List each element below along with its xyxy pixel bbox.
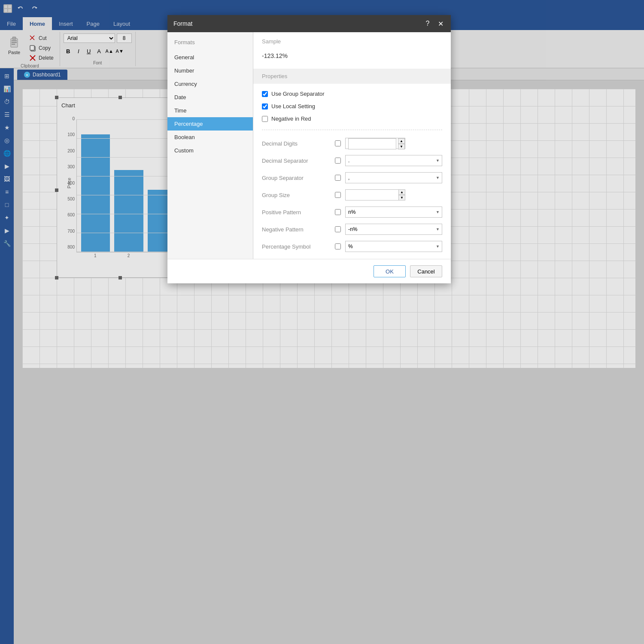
- sample-value: -123.12%: [262, 49, 442, 63]
- dialog-help-button[interactable]: ?: [423, 19, 432, 28]
- group-size-checkbox[interactable]: [335, 192, 341, 198]
- use-local-setting-checkbox[interactable]: [262, 103, 268, 109]
- decimal-separator-label: Decimal Separator: [262, 158, 331, 164]
- decimal-separator-select[interactable]: . ,: [345, 155, 442, 166]
- decimal-digits-down[interactable]: ▼: [398, 144, 405, 149]
- decimal-digits-spin-wrap: ▲ ▼: [345, 138, 405, 149]
- sample-section: Sample -123.12%: [253, 32, 451, 69]
- decimal-digits-up[interactable]: ▲: [398, 138, 405, 144]
- negative-in-red-checkbox[interactable]: [262, 116, 268, 122]
- percentage-symbol-checkbox[interactable]: [335, 243, 341, 249]
- group-size-up[interactable]: ▲: [398, 189, 405, 195]
- decimal-digits-input[interactable]: [348, 138, 396, 149]
- dialog-footer: OK Cancel: [167, 259, 451, 283]
- positive-pattern-checkbox[interactable]: [335, 209, 341, 215]
- group-size-input[interactable]: [345, 189, 405, 200]
- use-group-separator-label: Use Group Separator: [271, 91, 325, 97]
- properties-label: Properties: [262, 73, 287, 79]
- format-item-date[interactable]: Date: [167, 91, 253, 104]
- properties-panel: Sample -123.12% Properties Use Group Sep…: [253, 32, 451, 259]
- format-item-boolean[interactable]: Boolean: [167, 131, 253, 144]
- dialog-controls: ? ✕: [423, 19, 445, 28]
- positive-pattern-label: Positive Pattern: [262, 209, 331, 216]
- percentage-symbol-label: Percentage Symbol: [262, 243, 331, 250]
- properties-section-header: Properties: [253, 69, 451, 84]
- use-local-setting-label: Use Local Setting: [271, 103, 315, 109]
- use-group-separator-checkbox[interactable]: [262, 91, 268, 97]
- format-item-currency[interactable]: Currency: [167, 77, 253, 91]
- formats-panel: Formats General Number Currency Date Tim…: [167, 32, 253, 259]
- dialog-titlebar: Format ? ✕: [167, 15, 451, 32]
- format-item-general[interactable]: General: [167, 51, 253, 64]
- cancel-button[interactable]: Cancel: [410, 265, 442, 277]
- group-separator-checkbox[interactable]: [335, 175, 341, 181]
- positive-pattern-row: Positive Pattern n% %n n % ▼: [262, 207, 442, 218]
- format-dialog: Format ? ✕ Formats General Number Curren…: [167, 15, 451, 283]
- negative-pattern-select-wrap: -n% -%n (n%) ▼: [345, 224, 442, 235]
- decimal-separator-checkbox[interactable]: [335, 158, 341, 164]
- format-item-time[interactable]: Time: [167, 104, 253, 117]
- group-size-spin-btns: ▲ ▼: [398, 189, 405, 200]
- group-size-label: Group Size: [262, 192, 331, 198]
- sample-label: Sample: [262, 38, 442, 45]
- properties-body: Use Group Separator Use Local Setting Ne…: [253, 84, 451, 259]
- group-separator-label: Group Separator: [262, 175, 331, 181]
- positive-pattern-select[interactable]: n% %n n %: [345, 207, 442, 218]
- group-size-spin-wrap: ▲ ▼: [345, 189, 405, 200]
- negative-pattern-label: Negative Pattern: [262, 226, 331, 233]
- group-separator-select[interactable]: , .: [345, 172, 442, 183]
- dialog-title: Format: [173, 20, 192, 27]
- decimal-digits-label: Decimal Digits: [262, 140, 331, 147]
- use-local-setting-row[interactable]: Use Local Setting: [262, 103, 442, 109]
- decimal-digits-checkbox[interactable]: [335, 140, 341, 146]
- decimal-separator-select-wrap: . , ▼: [345, 155, 442, 166]
- percentage-symbol-select[interactable]: % ‰: [345, 241, 442, 252]
- dialog-close-button[interactable]: ✕: [436, 19, 445, 28]
- negative-pattern-checkbox[interactable]: [335, 226, 341, 232]
- format-item-custom[interactable]: Custom: [167, 144, 253, 157]
- format-item-percentage[interactable]: Percentage: [167, 117, 253, 131]
- positive-pattern-select-wrap: n% %n n % ▼: [345, 207, 442, 218]
- group-size-row: Group Size ▲ ▼: [262, 189, 442, 200]
- separator: [262, 130, 442, 130]
- group-separator-select-wrap: , . ▼: [345, 172, 442, 183]
- negative-in-red-row[interactable]: Negative in Red: [262, 115, 442, 122]
- negative-in-red-label: Negative in Red: [271, 115, 311, 122]
- percentage-symbol-select-wrap: % ‰ ▼: [345, 241, 442, 252]
- group-separator-row: Group Separator , . ▼: [262, 172, 442, 183]
- use-group-separator-row[interactable]: Use Group Separator: [262, 91, 442, 97]
- ok-button[interactable]: OK: [374, 265, 406, 277]
- decimal-digits-spin-btns: ▲ ▼: [398, 138, 405, 149]
- group-size-down[interactable]: ▼: [398, 195, 405, 200]
- decimal-digits-row: Decimal Digits ▲ ▼: [262, 138, 442, 149]
- formats-label: Formats: [167, 39, 253, 51]
- negative-pattern-row: Negative Pattern -n% -%n (n%) ▼: [262, 224, 442, 235]
- negative-pattern-select[interactable]: -n% -%n (n%): [345, 224, 442, 235]
- percentage-symbol-row: Percentage Symbol % ‰ ▼: [262, 241, 442, 252]
- format-item-number[interactable]: Number: [167, 64, 253, 77]
- decimal-separator-row: Decimal Separator . , ▼: [262, 155, 442, 166]
- dialog-body: Formats General Number Currency Date Tim…: [167, 32, 451, 259]
